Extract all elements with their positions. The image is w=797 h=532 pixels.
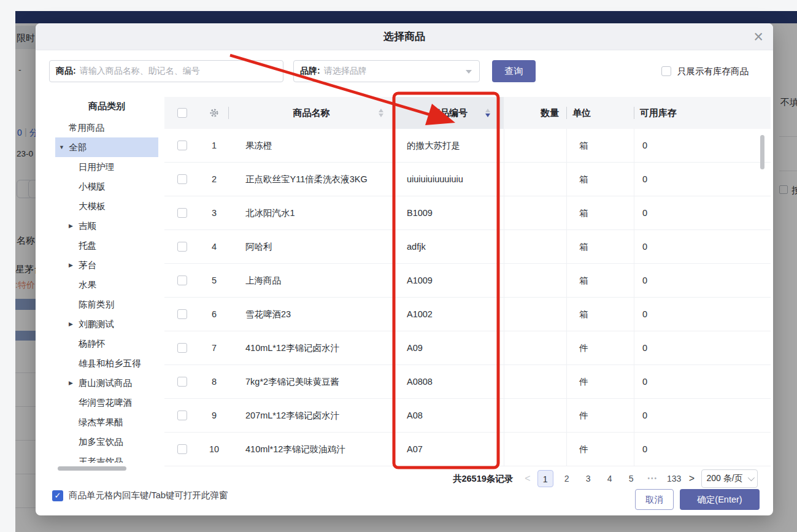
category-item[interactable]: 陈前类别 (55, 295, 158, 314)
category-item[interactable]: ▶刘鹏测试 (55, 314, 158, 334)
cell-qty[interactable] (504, 129, 566, 162)
cell-qty[interactable] (504, 298, 566, 331)
category-item[interactable]: 小模版 (55, 177, 158, 196)
table-row[interactable]: 6雪花啤酒23A1002箱0 (164, 298, 771, 331)
category-item[interactable]: 杨静怀 (55, 334, 158, 353)
table-row[interactable]: 10410ml*12李锦记豉油鸡汁A07件0 (164, 433, 771, 466)
row-checkbox-cell[interactable] (164, 174, 200, 184)
select-all-checkbox-cell[interactable] (164, 97, 200, 129)
row-checkbox[interactable] (177, 343, 187, 353)
query-button[interactable]: 查询 (492, 60, 536, 82)
caret-right-icon[interactable]: ▶ (69, 321, 79, 327)
category-item[interactable]: 雄县和柏乡五得 (55, 353, 158, 373)
cell-qty[interactable] (504, 365, 566, 398)
category-item[interactable]: 华润雪花啤酒 (55, 393, 158, 412)
category-item[interactable]: 绿杰苹果醋 (55, 412, 158, 432)
sort-icons-code[interactable] (485, 109, 490, 117)
cell-qty[interactable] (504, 433, 566, 466)
category-item[interactable]: 加多宝饮品 (55, 432, 158, 452)
table-row[interactable]: 3北冰阳汽水1B1009箱0 (164, 196, 771, 230)
brand-select[interactable]: 品牌: 请选择品牌 (293, 60, 480, 82)
pagination-page-2[interactable]: 2 (559, 470, 575, 487)
column-header-code[interactable]: 商品编号 (395, 97, 504, 129)
select-all-checkbox[interactable] (177, 108, 187, 118)
category-item[interactable]: ▶唐山测试商品 (55, 373, 158, 393)
enter-hint-toggle[interactable]: ✓ 商品单元格内回车键/Tab键可打开此弹窗 (52, 490, 228, 501)
row-checkbox-cell[interactable] (164, 309, 200, 319)
product-search-input[interactable]: 商品: 请输入商品名称、助记名、编号 (49, 60, 283, 82)
row-checkbox[interactable] (177, 208, 187, 218)
pagination-page-133[interactable]: 133 (666, 470, 682, 487)
category-item[interactable]: 日用护理 (55, 157, 158, 177)
table-row[interactable]: 2正点欧丝宝Y11倍柔洗衣液3KGuiuiuiuiuuuiuiu箱0 (164, 163, 771, 196)
sort-icons-name[interactable] (379, 109, 383, 117)
row-checkbox[interactable] (177, 174, 187, 184)
table-row[interactable]: 9207mL*12李锦记卤水汁A08件0 (164, 399, 771, 433)
row-checkbox-cell[interactable] (164, 208, 200, 218)
row-checkbox[interactable] (177, 242, 187, 252)
category-item[interactable]: 大模板 (55, 196, 158, 216)
close-icon[interactable]: × (753, 26, 763, 48)
table-row[interactable]: 4阿哈利adfjk箱0 (164, 230, 771, 264)
confirm-button[interactable]: 确定(Enter) (680, 489, 760, 510)
cell-qty[interactable] (504, 163, 566, 196)
table-row[interactable]: 5上海商品A1009箱0 (164, 264, 771, 298)
pagination-page-5[interactable]: 5 (623, 470, 639, 487)
pagination-prev-button[interactable]: < (523, 473, 531, 484)
category-item[interactable]: 常用商品 (55, 118, 158, 137)
row-checkbox[interactable] (177, 377, 187, 387)
row-checkbox[interactable] (177, 411, 187, 420)
row-checkbox[interactable] (177, 276, 187, 285)
caret-right-icon[interactable]: ▶ (69, 262, 79, 268)
cell-product-code: uiuiuiuiuuuiuiu (395, 174, 504, 184)
row-checkbox[interactable] (177, 309, 187, 319)
category-item[interactable]: ▶吉顺 (55, 216, 158, 236)
caret-down-icon[interactable]: ▼ (59, 144, 69, 150)
pagination-page-1[interactable]: 1 (537, 470, 553, 487)
cell-product-code: A09 (395, 343, 504, 353)
row-checkbox-cell[interactable] (164, 242, 200, 252)
cell-qty[interactable] (504, 196, 566, 229)
enter-hint-checkbox[interactable]: ✓ (52, 490, 63, 501)
category-horizontal-scrollbar[interactable] (58, 466, 126, 471)
cell-qty[interactable] (504, 331, 566, 364)
chevron-down-icon (466, 70, 472, 74)
table-row[interactable]: 87kg*2李锦记美味黄豆酱A0808件0 (164, 365, 771, 399)
row-checkbox-cell[interactable] (164, 411, 200, 420)
category-item[interactable]: 托盘 (55, 236, 158, 255)
cell-qty[interactable] (504, 230, 566, 263)
stock-filter-checkbox[interactable] (661, 66, 671, 76)
pagination-page-3[interactable]: 3 (580, 470, 596, 487)
stock-filter[interactable]: 只展示有库存商品 (661, 60, 749, 82)
column-header-name[interactable]: 商品名称 (228, 97, 395, 129)
row-checkbox-cell[interactable] (164, 343, 200, 353)
cell-qty[interactable] (504, 399, 566, 432)
row-checkbox[interactable] (177, 141, 187, 150)
row-index: 7 (200, 343, 228, 353)
pagination-next-button[interactable]: > (688, 473, 696, 484)
row-checkbox-cell[interactable] (164, 141, 200, 150)
pagination-page-4[interactable]: 4 (602, 470, 618, 487)
row-checkbox-cell[interactable] (164, 377, 200, 387)
cell-qty[interactable] (504, 264, 566, 297)
gear-icon[interactable] (209, 107, 220, 118)
category-item[interactable]: ▶茅台 (55, 255, 158, 275)
cancel-button[interactable]: 取消 (635, 489, 674, 510)
category-item[interactable]: ▼全部 (55, 137, 158, 157)
cell-unit: 箱 (566, 196, 634, 229)
table-row[interactable]: 1果冻橙的撒大苏打是箱0 (164, 129, 771, 163)
column-settings[interactable] (200, 97, 228, 129)
table-row[interactable]: 7410mL*12李锦记卤水汁A09件0 (164, 331, 771, 365)
row-checkbox[interactable] (177, 444, 187, 454)
table-vertical-scrollbar[interactable] (760, 135, 764, 169)
cell-unit: 件 (566, 399, 634, 432)
caret-right-icon[interactable]: ▶ (69, 380, 79, 386)
row-checkbox-cell[interactable] (164, 444, 200, 454)
row-checkbox-cell[interactable] (164, 276, 200, 285)
stock-filter-label: 只展示有库存商品 (677, 66, 749, 77)
page-size-select[interactable]: 200 条/页 (701, 469, 758, 488)
caret-right-icon[interactable]: ▶ (69, 223, 79, 229)
category-item[interactable]: 王老吉饮品 (55, 452, 158, 463)
cell-product-code: A0808 (395, 377, 504, 387)
category-item[interactable]: 水果 (55, 275, 158, 295)
